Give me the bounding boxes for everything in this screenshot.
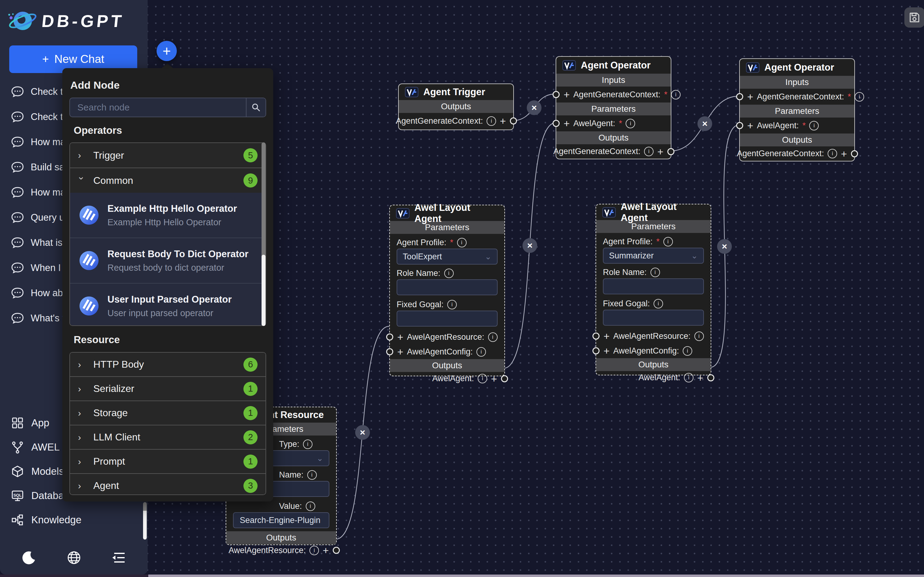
output-handle[interactable] — [707, 374, 714, 381]
input-handle[interactable] — [553, 91, 560, 98]
info-icon[interactable]: i — [306, 501, 315, 511]
info-icon[interactable]: i — [671, 90, 681, 100]
node-agent-operator-a[interactable]: Agent Operator Inputs + AgentGenerateCon… — [556, 56, 671, 159]
value-input[interactable] — [233, 512, 329, 528]
role-name-field[interactable] — [403, 282, 492, 292]
app-logo[interactable]: DB-GPT — [7, 7, 124, 35]
output-handle[interactable] — [333, 547, 340, 554]
add-output-icon[interactable]: + — [500, 116, 506, 126]
theme-toggle-button[interactable] — [18, 547, 40, 568]
sidebar-item-knowledge[interactable]: Knowledge — [0, 508, 148, 532]
operator-list-item[interactable]: User Input Parsed Operator User input pa… — [70, 283, 266, 326]
output-row: AwelAgent: i + — [596, 371, 711, 384]
fixed-gogal-field[interactable] — [609, 313, 698, 323]
add-output-icon[interactable]: + — [841, 148, 847, 159]
output-handle[interactable] — [668, 148, 674, 155]
search-button[interactable] — [246, 98, 266, 117]
accordion-common[interactable]: › Common 9 — [70, 168, 266, 193]
operator-list-item[interactable]: Request Body To Dict Operator Request bo… — [70, 237, 266, 283]
output-label: AwelAgent: — [639, 373, 680, 382]
info-icon[interactable]: i — [478, 374, 487, 384]
edge-delete-button[interactable]: × — [697, 116, 712, 131]
role-name-field[interactable] — [609, 282, 698, 292]
node-agent-operator-b[interactable]: Agent Operator Inputs + AgentGenerateCon… — [739, 58, 855, 161]
agent-profile-select[interactable]: Summarizer ⌄ — [603, 248, 704, 264]
edge-delete-button[interactable]: × — [527, 100, 542, 115]
edge-delete-button[interactable]: × — [717, 239, 732, 254]
node-agent-trigger[interactable]: Agent Trigger Outputs AgentGenerateConte… — [398, 84, 514, 130]
info-icon[interactable]: i — [827, 149, 837, 158]
info-icon[interactable]: i — [447, 300, 457, 309]
info-icon[interactable]: i — [809, 121, 819, 131]
add-output-icon[interactable]: + — [323, 545, 329, 556]
role-name-input[interactable] — [603, 278, 704, 294]
fixed-gogal-input[interactable] — [397, 311, 498, 327]
info-icon[interactable]: i — [626, 119, 635, 128]
add-resource-icon[interactable]: + — [603, 331, 610, 341]
role-name-input[interactable] — [397, 279, 498, 295]
add-param-icon[interactable]: + — [747, 120, 753, 131]
node-awel-layout-agent-b[interactable]: Awel Layout Agent Parameters Agent Profi… — [595, 204, 711, 376]
info-icon[interactable]: i — [650, 268, 660, 277]
add-config-icon[interactable]: + — [603, 346, 610, 356]
accordion-trigger[interactable]: › Trigger 5 — [70, 143, 266, 168]
add-param-icon[interactable]: + — [564, 118, 570, 129]
add-output-icon[interactable]: + — [491, 374, 497, 384]
info-icon[interactable]: i — [683, 346, 692, 356]
param-handle[interactable] — [553, 120, 560, 127]
value-field[interactable] — [239, 515, 323, 525]
info-icon[interactable]: i — [487, 116, 496, 126]
add-input-icon[interactable]: + — [564, 89, 570, 100]
node-awel-layout-agent-a[interactable]: Awel Layout Agent Parameters Agent Profi… — [389, 205, 505, 376]
info-icon[interactable]: i — [663, 237, 673, 247]
info-icon[interactable]: i — [457, 238, 467, 247]
flow-branch-icon — [11, 441, 24, 454]
info-icon[interactable]: i — [684, 373, 693, 382]
accordion-prompt[interactable]: › Prompt 1 — [70, 449, 266, 473]
save-flow-button[interactable] — [905, 7, 924, 27]
resource-handle[interactable] — [592, 333, 600, 340]
operator-list-item[interactable]: Example Http Hello Operator Example Http… — [70, 193, 266, 237]
accordion-http-body[interactable]: › HTTP Body 6 — [70, 353, 266, 376]
collapse-sidebar-button[interactable] — [108, 547, 129, 568]
info-icon[interactable]: i — [476, 347, 486, 357]
param-handle[interactable] — [736, 122, 743, 129]
accordion-agent[interactable]: › Agent 3 — [70, 473, 266, 495]
accordion-llm-client[interactable]: › LLM Client 2 — [70, 425, 266, 449]
add-output-icon[interactable]: + — [697, 372, 703, 383]
input-handle[interactable] — [736, 93, 743, 100]
search-input[interactable] — [70, 98, 246, 117]
info-icon[interactable]: i — [694, 332, 704, 341]
add-resource-icon[interactable]: + — [397, 332, 403, 342]
language-button[interactable] — [63, 547, 85, 568]
info-icon[interactable]: i — [855, 92, 864, 102]
config-handle[interactable] — [592, 347, 600, 355]
info-icon[interactable]: i — [653, 299, 663, 308]
add-input-icon[interactable]: + — [747, 92, 753, 102]
add-node-button[interactable]: + — [156, 41, 177, 61]
edge-delete-button[interactable]: × — [522, 238, 537, 253]
sidebar-scrollbar-track[interactable] — [143, 502, 147, 511]
count-badge: 1 — [243, 382, 258, 396]
panel-scrollbar-thumb[interactable] — [261, 255, 266, 326]
info-icon[interactable]: i — [444, 269, 454, 278]
info-icon[interactable]: i — [310, 546, 319, 555]
output-handle[interactable] — [851, 150, 858, 157]
info-icon[interactable]: i — [307, 470, 317, 480]
edge-delete-button[interactable]: × — [355, 425, 370, 440]
resource-handle[interactable] — [386, 334, 393, 341]
output-handle[interactable] — [501, 375, 508, 382]
accordion-serializer[interactable]: › Serializer 1 — [70, 376, 266, 401]
fixed-gogal-field[interactable] — [403, 314, 492, 324]
add-config-icon[interactable]: + — [397, 347, 403, 357]
sidebar-scrollbar-thumb[interactable] — [143, 511, 147, 540]
output-handle[interactable] — [510, 118, 517, 125]
info-icon[interactable]: i — [488, 332, 498, 342]
info-icon[interactable]: i — [303, 440, 313, 449]
add-output-icon[interactable]: + — [657, 147, 663, 157]
accordion-storage[interactable]: › Storage 1 — [70, 401, 266, 425]
config-handle[interactable] — [386, 348, 393, 355]
info-icon[interactable]: i — [644, 147, 653, 156]
agent-profile-select[interactable]: ToolExpert ⌄ — [397, 248, 498, 264]
fixed-gogal-input[interactable] — [603, 309, 704, 326]
